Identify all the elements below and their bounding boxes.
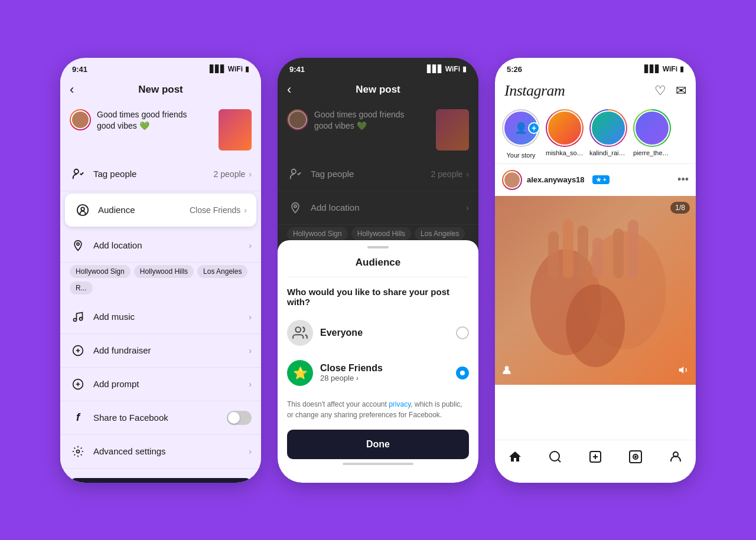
nav-home[interactable] <box>502 446 528 467</box>
signal-2: ▋▋▋ <box>427 65 443 73</box>
privacy-link[interactable]: privacy <box>389 400 410 408</box>
chip-more[interactable]: R... <box>70 282 93 294</box>
svg-point-10 <box>294 205 296 207</box>
pierre-avatar <box>634 110 670 146</box>
closefriends-sub: 28 people › <box>320 374 449 382</box>
radio-inner <box>460 371 465 375</box>
location-label-2: Add location <box>311 202 466 212</box>
more-icon[interactable]: ••• <box>677 174 689 186</box>
nav-reels[interactable] <box>623 446 649 467</box>
ig-header-icons: ♡ ✉ <box>654 83 686 99</box>
avatar-1 <box>70 109 91 130</box>
nav-create[interactable] <box>582 446 608 467</box>
tag-label-2: Tag people <box>311 169 431 179</box>
story-add-button[interactable]: + <box>528 122 540 134</box>
location-icon-2 <box>287 199 304 216</box>
svg-rect-18 <box>578 225 588 279</box>
add-location-row[interactable]: Add location › <box>60 229 261 263</box>
time-3: 5:26 <box>507 65 522 74</box>
svg-rect-21 <box>628 220 638 279</box>
svg-point-8 <box>77 450 80 453</box>
bottom-nav <box>495 440 696 471</box>
svg-point-31 <box>635 456 636 457</box>
share-facebook-row[interactable]: f Share to Facebook <box>60 401 261 435</box>
feed-avatar <box>502 170 522 190</box>
kalindi-ring <box>589 109 627 147</box>
closefriends-radio[interactable] <box>456 366 469 379</box>
everyone-icon-bg <box>287 320 313 346</box>
modal-subtitle: Who would you like to share your post wi… <box>278 277 478 313</box>
chip-hollywood-hills[interactable]: Hollywood Hills <box>134 265 194 278</box>
done-button[interactable]: Done <box>287 430 469 459</box>
svg-point-24 <box>550 451 559 461</box>
post-thumb-1 <box>219 109 252 150</box>
story-kalindi[interactable]: kalindi_rainb... <box>589 109 627 159</box>
post-header-1: Good times good friendsgood vibes 💚 <box>60 102 261 158</box>
svg-rect-19 <box>592 237 603 279</box>
status-icons-1: ▋▋▋ WiFi ▮ <box>210 65 249 73</box>
battery-2: ▮ <box>462 65 467 73</box>
svg-rect-20 <box>613 228 624 279</box>
audience-chevron: › <box>244 205 247 215</box>
home-indicator-2 <box>343 463 413 465</box>
audience-option-closefriends[interactable]: ⭐ Close Friends 28 people › <box>278 353 478 393</box>
phone-new-post: 9:41 ▋▋▋ WiFi ▮ ‹ New post Good times go… <box>60 58 261 483</box>
story-mishka[interactable]: mishka_songs <box>546 109 584 159</box>
feed-image-svg <box>495 196 696 385</box>
svg-line-25 <box>558 459 561 462</box>
mishka-avatar <box>547 110 582 146</box>
story-your-story[interactable]: 👤 + Your story <box>502 109 540 159</box>
chip-hollywood-sign[interactable]: Hollywood Sign <box>70 265 131 278</box>
wifi-1: WiFi <box>228 65 243 73</box>
advanced-settings-row[interactable]: Advanced settings › <box>60 435 261 469</box>
nav-profile[interactable] <box>663 446 689 467</box>
chip-2-3: Los Angeles <box>415 227 465 240</box>
chip-los-angeles[interactable]: Los Angeles <box>197 265 247 278</box>
add-music-row[interactable]: Add music › <box>60 300 261 334</box>
avatar-2 <box>287 109 308 130</box>
everyone-radio[interactable] <box>456 326 469 339</box>
status-icons-3: ▋▋▋ WiFi ▮ <box>644 65 684 73</box>
nav-bar-1: ‹ New post <box>60 77 261 102</box>
tag-value: 2 people <box>214 169 246 179</box>
share-button[interactable]: Share <box>70 478 252 483</box>
advanced-chevron: › <box>249 447 252 456</box>
back-button-1[interactable]: ‹ <box>70 82 74 97</box>
audience-row[interactable]: Audience Close Friends › <box>65 194 256 227</box>
back-button-2[interactable]: ‹ <box>287 82 291 97</box>
feed-username[interactable]: alex.anyways18 <box>527 175 585 184</box>
phone-audience-modal: 9:41 ▋▋▋ WiFi ▮ ‹ New post Good times go… <box>278 58 478 483</box>
signal-1: ▋▋▋ <box>210 65 226 73</box>
heart-icon[interactable]: ♡ <box>654 83 666 99</box>
stories-row: 👤 + Your story mishka_songs kalindi_rain… <box>495 104 696 163</box>
mishka-ring <box>546 109 584 147</box>
svg-rect-16 <box>548 231 559 279</box>
verified-badge: ★ + <box>592 175 610 184</box>
audience-value: Close Friends <box>190 205 240 215</box>
everyone-info: Everyone <box>320 328 449 338</box>
prompt-chevron: › <box>249 379 252 389</box>
post-caption-1[interactable]: Good times good friendsgood vibes 💚 <box>97 109 213 132</box>
facebook-toggle[interactable] <box>227 411 252 425</box>
status-bar-1: 9:41 ▋▋▋ WiFi ▮ <box>60 58 261 77</box>
verified-label: + <box>603 176 607 183</box>
story-pierre[interactable]: pierre_thecon... <box>633 109 671 159</box>
settings-icon <box>70 443 86 460</box>
tag-icon-2 <box>287 166 304 182</box>
menu-section-1: Tag people 2 people › Audience Close Fri… <box>60 158 261 469</box>
messenger-icon[interactable]: ✉ <box>676 83 686 99</box>
audience-icon <box>74 202 91 218</box>
nav-search[interactable] <box>542 446 568 467</box>
your-story-label: Your story <box>506 152 535 159</box>
tag-icon <box>70 166 86 182</box>
tag-people-row[interactable]: Tag people 2 people › <box>60 158 261 191</box>
tag-value-2: 2 people <box>431 169 463 179</box>
prompt-icon <box>70 376 86 392</box>
svg-point-4 <box>74 318 77 321</box>
facebook-label: Share to Facebook <box>93 413 227 423</box>
add-fundraiser-row[interactable]: Add fundraiser › <box>60 334 261 368</box>
add-prompt-row[interactable]: Add prompt › <box>60 368 261 401</box>
audience-option-everyone[interactable]: Everyone <box>278 313 478 353</box>
nav-bar-2: ‹ New post <box>278 77 478 102</box>
music-chevron: › <box>249 312 252 322</box>
